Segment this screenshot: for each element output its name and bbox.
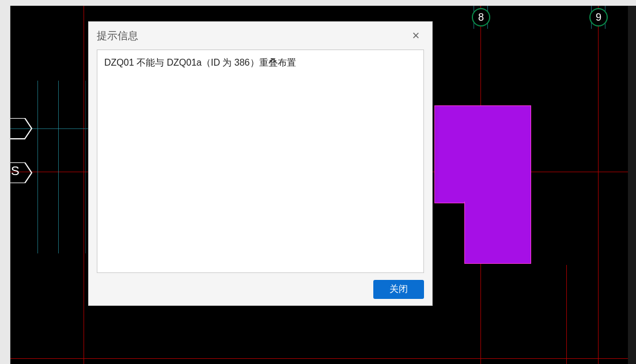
axis-bubble-8: 8 <box>472 8 490 26</box>
axis-bubble-9: 9 <box>589 8 608 26</box>
highlighted-block[interactable] <box>464 202 531 264</box>
axis-bubble-label: 8 <box>478 12 484 24</box>
main-row: 8 9 S 提示信息 × <box>0 6 636 364</box>
dialog-body: DZQ01 不能与 DZQ01a（ID 为 386）重叠布置 <box>97 50 424 273</box>
dialog-titlebar[interactable]: 提示信息 × <box>89 22 432 50</box>
axis-bubble-label: S <box>11 164 20 179</box>
app-chrome-top <box>0 0 636 6</box>
dialog-title: 提示信息 <box>97 29 408 43</box>
axis-bubble-label: 9 <box>596 12 601 24</box>
dialog-message: DZQ01 不能与 DZQ01a（ID 为 386）重叠布置 <box>104 58 296 67</box>
axis-bubble-s: S <box>10 162 34 183</box>
message-dialog: 提示信息 × DZQ01 不能与 DZQ01a（ID 为 386）重叠布置 关闭 <box>88 21 433 306</box>
partial-geometry <box>10 118 34 149</box>
close-icon[interactable]: × <box>408 28 424 44</box>
cyan-guide-vertical <box>85 81 86 253</box>
dialog-footer: 关闭 <box>89 273 432 305</box>
highlighted-block[interactable] <box>434 105 531 203</box>
cad-canvas[interactable]: 8 9 S 提示信息 × <box>10 6 636 364</box>
cyan-guide-vertical <box>58 81 59 253</box>
gridline-vertical <box>598 6 599 364</box>
vertical-scrollbar[interactable] <box>628 6 636 364</box>
gridline-vertical <box>84 6 84 364</box>
left-toolbar-gutter <box>0 6 10 364</box>
gridline-horizontal <box>10 358 636 359</box>
close-button[interactable]: 关闭 <box>373 280 424 299</box>
gridline-vertical-short <box>566 265 567 364</box>
cyan-guide-vertical <box>37 81 38 253</box>
